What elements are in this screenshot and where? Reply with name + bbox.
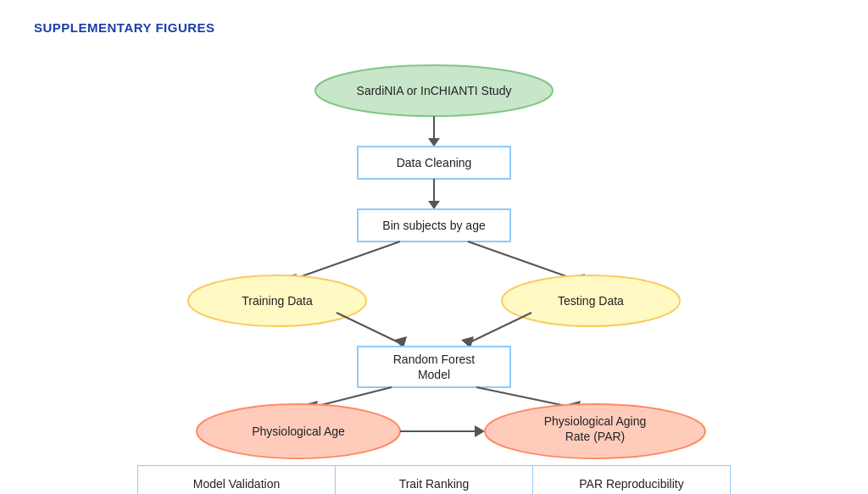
svg-text:Training Data: Training Data [242,294,313,308]
svg-text:Physiological Aging: Physiological Aging [544,414,647,428]
cell-trait-ranking: Trait Ranking [336,466,533,495]
svg-line-10 [290,241,400,280]
svg-text:Model: Model [418,368,450,381]
svg-text:Physiological Age: Physiological Age [252,425,345,438]
svg-line-18 [337,313,400,343]
svg-marker-32 [475,425,485,437]
svg-marker-7 [428,201,440,209]
svg-marker-3 [428,138,440,147]
svg-text:Data Cleaning: Data Cleaning [397,156,472,169]
cell-par-reproducibility: PAR Reproducibility [533,466,731,495]
svg-line-12 [468,241,578,280]
svg-text:Bin subjects by age: Bin subjects by age [382,219,486,232]
svg-text:Rate (PAR): Rate (PAR) [565,430,626,443]
flowchart-svg: SardiNIA or InCHIANTI Study Data Cleanin… [120,50,748,474]
bottom-boxes-container: Model Validation Trait Ranking PAR Repro… [137,465,731,494]
page-title: SUPPLEMENTARY FIGURES [34,20,834,35]
svg-text:Testing Data: Testing Data [558,294,624,308]
cell-model-validation: Model Validation [138,466,336,495]
svg-line-27 [476,387,574,408]
svg-line-20 [468,313,531,343]
outcome-row-1: Model Validation Trait Ranking PAR Repro… [138,466,731,495]
svg-text:SardiNIA or InCHIANTI Study: SardiNIA or InCHIANTI Study [357,84,512,97]
page: SUPPLEMENTARY FIGURES SardiNIA or InCHIA… [0,0,868,494]
flowchart-diagram: SardiNIA or InCHIANTI Study Data Cleanin… [34,50,834,494]
svg-text:Random Forest: Random Forest [393,352,476,366]
outcome-table: Model Validation Trait Ranking PAR Repro… [137,465,731,494]
